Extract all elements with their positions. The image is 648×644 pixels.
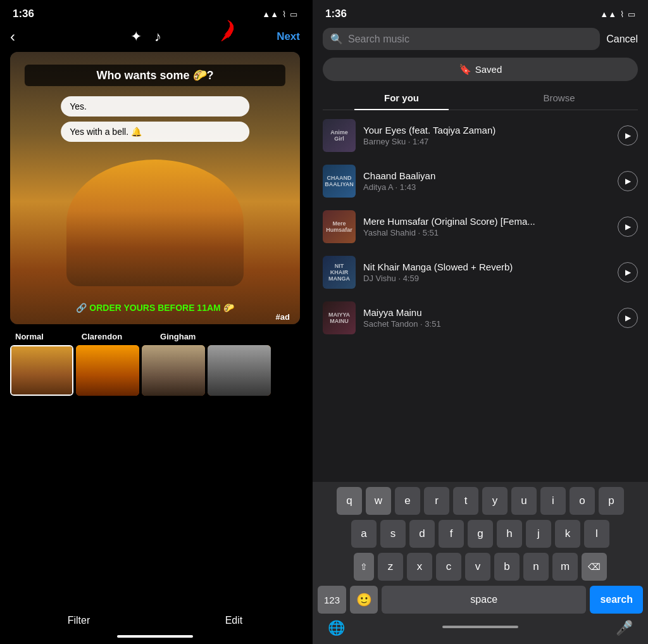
song-meta-2: Aditya A · 1:43 <box>363 182 610 192</box>
key-h[interactable]: h <box>497 520 522 548</box>
key-n[interactable]: n <box>523 553 549 581</box>
filter-thumb-normal[interactable] <box>10 345 73 396</box>
shift-key[interactable]: ⇧ <box>354 553 374 581</box>
song-meta-3: Yashal Shahid · 5:51 <box>363 228 610 237</box>
key-j[interactable]: j <box>526 520 551 548</box>
key-l[interactable]: l <box>584 520 609 548</box>
song-item-2[interactable]: CHAAND BAALIYAN Chaand Baaliyan Aditya A… <box>313 158 648 204</box>
time-left: 1:36 <box>13 8 34 20</box>
filter-gingham[interactable]: Gingham <box>160 332 196 341</box>
song-title-2: Chaand Baaliyan <box>363 170 610 181</box>
story-option-1: Yes. <box>61 96 249 117</box>
filter-thumb-4[interactable] <box>208 345 271 396</box>
song-thumb-2: CHAAND BAALIYAN <box>323 165 356 198</box>
key-w[interactable]: w <box>366 487 391 515</box>
play-btn-4[interactable]: ▶ <box>618 262 638 282</box>
song-info-4: Nit Khair Manga (Slowed + Reverb) DJ Vis… <box>363 262 610 283</box>
cancel-button[interactable]: Cancel <box>606 34 638 45</box>
bottom-nav-left: Filter Edit <box>0 605 310 631</box>
top-nav: ‹ ✦ ♪ Next <box>0 24 310 52</box>
tab-browse[interactable]: Browse <box>480 86 638 110</box>
saved-button[interactable]: 🔖 Saved <box>323 58 638 81</box>
key-f[interactable]: f <box>439 520 464 548</box>
back-button[interactable]: ‹ <box>10 28 15 46</box>
key-c[interactable]: c <box>436 553 461 581</box>
play-btn-1[interactable]: ▶ <box>618 125 638 146</box>
key-q[interactable]: q <box>337 487 362 515</box>
key-i[interactable]: i <box>540 487 566 515</box>
song-list: Anime Girl Your Eyes (feat. Taqiya Zaman… <box>313 110 648 482</box>
song-item-4[interactable]: NIT KHAIR MANGA Nit Khair Manga (Slowed … <box>313 249 648 295</box>
search-input-wrap[interactable]: 🔍 Search music <box>323 28 600 50</box>
song-item-5[interactable]: MAIYYA MAINU Maiyya Mainu Sachet Tandon … <box>313 295 648 341</box>
filter-clarendon[interactable]: Clarendon <box>82 332 122 341</box>
delete-key[interactable]: ⌫ <box>582 553 607 581</box>
song-thumb-3: Mere Humsafar <box>323 210 356 243</box>
keyboard: q w e r t y u i o p a s d f g h j k l ⇧ … <box>313 482 648 644</box>
music-note-icon[interactable]: ♪ <box>154 28 161 45</box>
magic-wand-icon[interactable]: ✦ <box>130 28 142 45</box>
status-icons-left: ▲▲ ⌇ ▭ <box>262 9 297 19</box>
key-t[interactable]: t <box>453 487 478 515</box>
key-g[interactable]: g <box>468 520 493 548</box>
keyboard-row-3: ⇧ z x c v b n m ⌫ <box>315 553 645 581</box>
key-d[interactable]: d <box>409 520 435 548</box>
mic-icon[interactable]: 🎤 <box>616 620 633 636</box>
nav-icons: ✦ ♪ <box>130 28 161 45</box>
battery-icon-right: ▭ <box>628 9 635 19</box>
song-thumb-4: NIT KHAIR MANGA <box>323 256 356 289</box>
key-s[interactable]: s <box>380 520 406 548</box>
wifi-icon: ⌇ <box>282 9 286 19</box>
filter-thumb-clarendon[interactable] <box>76 345 139 396</box>
play-btn-5[interactable]: ▶ <box>618 308 638 328</box>
wifi-icon-right: ⌇ <box>620 9 624 19</box>
bookmark-icon: 🔖 <box>459 63 471 75</box>
space-key[interactable]: space <box>382 586 586 614</box>
song-meta-4: DJ Vishu · 4:59 <box>363 274 610 283</box>
home-indicator-right <box>442 626 518 628</box>
key-b[interactable]: b <box>494 553 520 581</box>
key-p[interactable]: p <box>599 487 624 515</box>
song-title-3: Mere Humsafar (Original Score) [Fema... <box>363 216 610 227</box>
key-z[interactable]: z <box>378 553 403 581</box>
song-item-1[interactable]: Anime Girl Your Eyes (feat. Taqiya Zaman… <box>313 113 648 158</box>
key-m[interactable]: m <box>552 553 578 581</box>
song-info-1: Your Eyes (feat. Taqiya Zaman) Barney Sk… <box>363 125 610 146</box>
filter-thumb-gingham[interactable] <box>142 345 205 396</box>
key-u[interactable]: u <box>511 487 537 515</box>
key-x[interactable]: x <box>407 553 432 581</box>
filter-normal[interactable]: Normal <box>15 332 44 341</box>
song-info-2: Chaand Baaliyan Aditya A · 1:43 <box>363 170 610 192</box>
key-r[interactable]: r <box>424 487 449 515</box>
num-key[interactable]: 123 <box>318 586 346 614</box>
song-title-1: Your Eyes (feat. Taqiya Zaman) <box>363 125 610 136</box>
tab-for-you[interactable]: For you <box>323 86 480 110</box>
key-v[interactable]: v <box>465 553 490 581</box>
keyboard-row-1: q w e r t y u i o p <box>315 487 645 515</box>
song-title-5: Maiyya Mainu <box>363 307 610 318</box>
filter-thumbnails <box>10 345 300 396</box>
search-icon: 🔍 <box>330 33 343 45</box>
tabs-container: For you Browse <box>323 86 638 110</box>
story-options: Yes. Yes with a bell. 🔔 <box>61 96 249 142</box>
search-key[interactable]: search <box>590 586 643 614</box>
filter-tab[interactable]: Filter <box>68 615 90 626</box>
song-meta-5: Sachet Tandon · 3:51 <box>363 319 610 329</box>
play-btn-3[interactable]: ▶ <box>618 217 638 237</box>
next-button[interactable]: Next <box>277 30 300 43</box>
song-meta-1: Barney Sku · 1:47 <box>363 137 610 146</box>
edit-tab[interactable]: Edit <box>225 615 243 626</box>
key-o[interactable]: o <box>570 487 595 515</box>
play-btn-2[interactable]: ▶ <box>618 171 638 191</box>
globe-icon[interactable]: 🌐 <box>328 620 345 636</box>
key-k[interactable]: k <box>555 520 580 548</box>
key-e[interactable]: e <box>395 487 420 515</box>
key-y[interactable]: y <box>482 487 508 515</box>
song-info-5: Maiyya Mainu Sachet Tandon · 3:51 <box>363 307 610 329</box>
song-item-3[interactable]: Mere Humsafar Mere Humsafar (Original Sc… <box>313 204 648 249</box>
key-a[interactable]: a <box>351 520 377 548</box>
left-phone: 1:36 ▲▲ ⌇ ▭ ‹ ✦ ♪ Next Who wants some 🌮?… <box>0 0 310 644</box>
signal-icon: ▲▲ <box>262 9 278 19</box>
right-phone: 1:36 ▲▲ ⌇ ▭ 🔍 Search music Cancel 🔖 Save… <box>313 0 648 644</box>
emoji-key[interactable]: 🙂 <box>350 586 378 614</box>
